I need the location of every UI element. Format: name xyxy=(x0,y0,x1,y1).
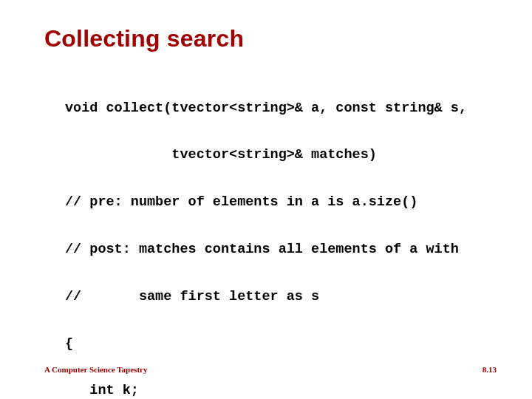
code-line: int k; xyxy=(65,383,497,398)
code-line: // same first letter as s xyxy=(65,289,497,304)
code-line: // pre: number of elements in a is a.siz… xyxy=(65,194,497,210)
footer-right: 8.13 xyxy=(482,365,497,374)
code-block: void collect(tvector<string>& a, const s… xyxy=(65,69,497,399)
code-line: tvector<string>& matches) xyxy=(65,147,497,163)
code-line: { xyxy=(65,336,497,352)
page-title: Collecting search xyxy=(44,25,497,52)
footer-left: A Computer Science Tapestry xyxy=(44,365,147,374)
code-line: void collect(tvector<string>& a, const s… xyxy=(65,100,497,116)
code-line: // post: matches contains all elements o… xyxy=(65,242,497,257)
slide: Collecting search void collect(tvector<s… xyxy=(0,0,532,399)
